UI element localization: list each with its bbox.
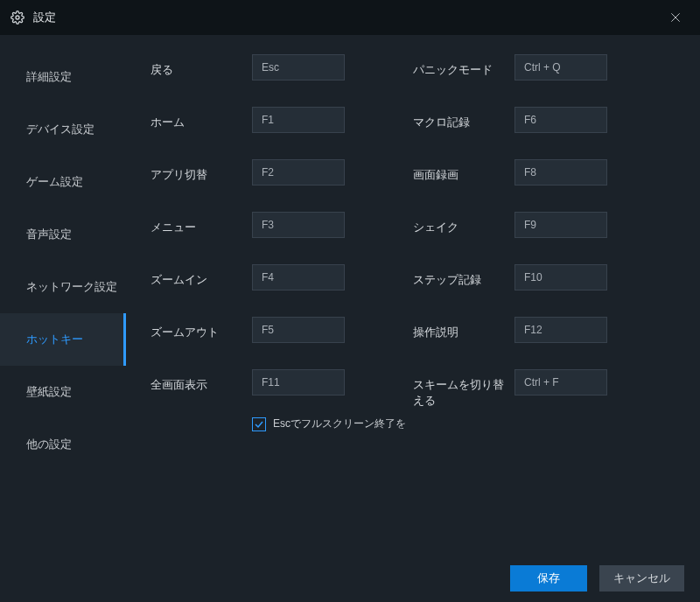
sidebar-item-label: ホットキー [26,332,83,347]
hotkey-label: マクロ記録 [413,107,514,130]
hotkey-label: ホーム [150,107,252,130]
hotkey-input-app-switch[interactable] [252,159,345,186]
sidebar-item-network-settings[interactable]: ネットワーク設定 [0,261,126,313]
svg-point-0 [16,16,19,19]
hotkey-input-menu[interactable] [252,212,345,238]
hotkey-input-macro-record[interactable] [514,107,607,133]
sidebar-item-device-settings[interactable]: デバイス設定 [0,103,126,156]
hotkey-label: メニュー [150,212,252,235]
hotkey-label: アプリ切替 [150,159,252,183]
hotkey-input-panic-mode[interactable] [514,54,607,80]
sidebar-item-hotkeys[interactable]: ホットキー [0,313,126,366]
sidebar-item-audio-settings[interactable]: 音声設定 [0,208,126,261]
hotkey-label: パニックモード [413,54,514,78]
hotkey-label: 画面録画 [413,159,514,183]
close-button[interactable] [658,0,693,35]
hotkey-label: 戻る [150,54,252,78]
settings-icon [10,10,24,24]
hotkeys-panel: 戻る ホーム アプリ切替 メニュー ズームイン ズームアウト 全画面表示 Esc… [126,35,700,555]
sidebar-item-label: デバイス設定 [26,122,94,137]
sidebar-item-label: 音声設定 [26,227,72,242]
hotkey-label: 操作説明 [413,317,514,340]
hotkey-input-fullscreen[interactable] [252,369,345,396]
sidebar-item-label: 他の設定 [26,437,72,452]
hotkey-input-zoom-out[interactable] [252,317,345,343]
hotkey-label: ズームイン [150,264,252,288]
window-title: 設定 [33,10,56,25]
footer: 保存 キャンセル [0,555,700,602]
sidebar-item-other-settings[interactable]: 他の設定 [0,418,126,471]
save-button[interactable]: 保存 [510,565,587,592]
hotkeys-column-right: パニックモード マクロ記録 画面録画 シェイク ステップ記録 操作説明 スキーム… [413,54,676,431]
hotkeys-column-left: 戻る ホーム アプリ切替 メニュー ズームイン ズームアウト 全画面表示 Esc… [150,54,413,431]
cancel-button[interactable]: キャンセル [599,565,684,592]
sidebar-item-label: 詳細設定 [26,69,72,85]
hotkey-label: ズームアウト [150,317,252,340]
hotkey-input-home[interactable] [252,107,345,133]
sidebar-item-wallpaper-settings[interactable]: 壁紙設定 [0,366,126,418]
sidebar-item-label: 壁紙設定 [26,384,72,400]
esc-fullscreen-label: Escでフルスクリーン終了を [273,416,406,431]
esc-fullscreen-checkbox[interactable] [252,417,266,431]
hotkey-input-screen-record[interactable] [514,159,607,186]
sidebar-item-game-settings[interactable]: ゲーム設定 [0,156,126,208]
hotkey-label: ステップ記録 [413,264,514,288]
titlebar: 設定 [0,0,700,35]
hotkey-label: スキームを切り替える [413,369,514,409]
sidebar-item-detail-settings[interactable]: 詳細設定 [0,51,126,103]
hotkey-input-step-record[interactable] [514,264,607,290]
hotkey-input-back[interactable] [252,54,345,80]
hotkey-label: 全画面表示 [150,369,252,393]
hotkey-label: シェイク [413,212,514,235]
hotkey-input-switch-scheme[interactable] [514,369,607,396]
hotkey-input-zoom-in[interactable] [252,264,345,290]
sidebar-item-label: ゲーム設定 [26,174,83,190]
sidebar-item-label: ネットワーク設定 [26,279,117,295]
hotkey-input-shake[interactable] [514,212,607,238]
hotkey-input-operation-guide[interactable] [514,317,607,343]
sidebar: 詳細設定 デバイス設定 ゲーム設定 音声設定 ネットワーク設定 ホットキー 壁紙… [0,35,126,555]
